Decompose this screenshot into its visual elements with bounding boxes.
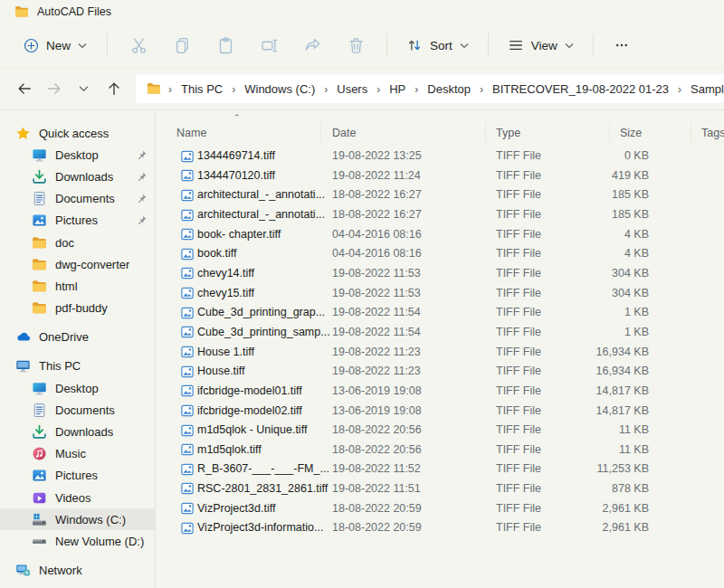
file-name: VizProject3d-informatio... — [197, 521, 323, 534]
paste-icon — [216, 36, 235, 55]
sidebar-item-label: Documents — [55, 403, 115, 417]
file-row[interactable]: 1344470120.tiff19-08-2022 11:24TIFF File… — [168, 166, 724, 186]
sidebar-item-this-pc[interactable]: This PC — [0, 356, 155, 377]
sidebar-item-windows-c[interactable]: Windows (C:) — [0, 508, 155, 530]
breadcrumb-item-bitrecover-19-08-2022-01-23[interactable]: BITRECOVER_19-08-2022 01-23 — [491, 79, 671, 100]
file-row[interactable]: m1d5qlok.tiff18-08-2022 20:56TIFF File11… — [168, 441, 724, 460]
column-separator[interactable] — [485, 122, 486, 143]
copy-button[interactable] — [160, 29, 204, 62]
file-row[interactable]: 1344469714.tiff19-08-2022 13:25TIFF File… — [168, 147, 724, 166]
file-row[interactable]: Cube_3d_printing_grap...19-08-2022 11:54… — [168, 303, 724, 323]
sidebar-item-desktop[interactable]: Desktop — [0, 377, 155, 399]
breadcrumb-item-hp[interactable]: HP — [387, 79, 407, 100]
file-date: 19-08-2022 11:23 — [332, 365, 421, 377]
file-row[interactable]: House.tiff19-08-2022 11:23TIFF File16,93… — [168, 362, 724, 382]
new-button[interactable]: New — [13, 32, 98, 60]
more-options-button[interactable] — [603, 32, 641, 59]
column-separator[interactable] — [691, 122, 691, 143]
sidebar-item-desktop[interactable]: Desktop — [0, 144, 155, 166]
file-size: 14,817 KB — [540, 404, 649, 417]
column-separator[interactable] — [320, 122, 321, 143]
file-date: 18-08-2022 16:27 — [332, 208, 422, 221]
sidebar-item-html[interactable]: html — [0, 275, 155, 297]
sidebar-item-downloads[interactable]: Downloads — [0, 421, 155, 442]
up-button[interactable] — [99, 74, 129, 103]
toolbar-divider — [107, 33, 108, 57]
file-name: Cube_3d_printing_grap... — [197, 306, 325, 318]
breadcrumb-item-sample-files[interactable]: Sample files — [689, 79, 724, 100]
breadcrumb-item-windows-c[interactable]: Windows (C:) — [243, 79, 317, 100]
file-type: TIFF File — [496, 404, 541, 417]
column-header-name[interactable]: Name — [176, 127, 206, 139]
sidebar-item-onedrive[interactable]: OneDrive — [0, 327, 155, 348]
share-button[interactable] — [291, 29, 334, 62]
sidebar-item-new-volume-d[interactable]: New Volume (D:) — [0, 530, 155, 552]
sidebar-item-documents[interactable]: Documents — [0, 188, 155, 210]
column-header-type[interactable]: Type — [496, 127, 520, 139]
breadcrumb-item-this-pc[interactable]: This PC — [179, 79, 224, 100]
back-button[interactable] — [9, 74, 39, 103]
address-input[interactable]: ›This PC›Windows (C:)›Users›HP›Desktop›B… — [136, 74, 724, 103]
cut-button[interactable] — [117, 29, 160, 62]
file-row[interactable]: ifcbridge-model02.tiff13-06-2019 19:08TI… — [168, 401, 724, 421]
file-date: 19-08-2022 11:51 — [332, 482, 421, 495]
sidebar-item-pictures[interactable]: Pictures — [0, 465, 155, 487]
file-row[interactable]: House 1.tiff19-08-2022 11:23TIFF File16,… — [168, 342, 724, 362]
sidebar-item-music[interactable]: Music — [0, 443, 155, 465]
sidebar-item-label: dwg-converter — [55, 258, 129, 271]
desktop-icon — [32, 147, 47, 163]
breadcrumb-item-desktop[interactable]: Desktop — [425, 79, 472, 100]
file-name: m1d5qlok.tiff — [197, 443, 262, 456]
recent-locations-button[interactable] — [69, 74, 99, 103]
sidebar-item-downloads[interactable]: Downloads — [0, 166, 155, 187]
tiff-file-icon — [180, 168, 195, 183]
file-name: book.tiff — [197, 247, 237, 260]
file-date: 18-08-2022 20:59 — [332, 521, 422, 534]
tiff-file-icon — [180, 423, 195, 438]
delete-button[interactable] — [334, 29, 377, 62]
paste-button[interactable] — [204, 29, 247, 62]
file-row[interactable]: VizProject3d-informatio...18-08-2022 20:… — [168, 518, 724, 538]
sidebar-item-pictures[interactable]: Pictures — [0, 210, 155, 232]
sidebar-item-videos[interactable]: Videos — [0, 487, 155, 508]
file-row[interactable]: architectural_-_annotati...18-08-2022 16… — [168, 205, 724, 225]
column-header-tags[interactable]: Tags — [701, 127, 724, 139]
file-row[interactable]: book- chapter.tiff04-04-2016 08:16TIFF F… — [168, 225, 724, 245]
file-date: 19-08-2022 11:54 — [332, 326, 421, 338]
file-row[interactable]: R_B-3607-___-___-FM_...19-08-2022 11:52T… — [168, 460, 724, 479]
pin-icon — [136, 214, 148, 226]
file-name: 1344470120.tiff — [197, 169, 275, 182]
sort-button[interactable]: Sort — [396, 31, 479, 60]
file-row[interactable]: chevy15.tiff19-08-2022 11:53TIFF File304… — [168, 283, 724, 303]
file-date: 19-08-2022 11:53 — [332, 287, 421, 299]
file-row[interactable]: architectural_-_annotati...18-08-2022 16… — [168, 185, 724, 205]
sidebar-item-documents[interactable]: Documents — [0, 399, 155, 421]
file-row[interactable]: VizProject3d.tiff18-08-2022 20:59TIFF Fi… — [168, 499, 724, 519]
file-row[interactable]: m1d5qlok - Unique.tiff18-08-2022 20:56TI… — [168, 421, 724, 441]
sidebar-item-quick-access[interactable]: Quick access — [0, 122, 155, 144]
sidebar-item-pdf-buddy[interactable]: pdf-buddy — [0, 298, 155, 319]
breadcrumb-item-users[interactable]: Users — [335, 79, 369, 100]
sidebar-item-doc[interactable]: doc — [0, 232, 155, 253]
file-date: 19-08-2022 11:24 — [332, 169, 421, 182]
file-type: TIFF File — [496, 287, 541, 299]
file-size: 185 KB — [540, 208, 649, 221]
file-row[interactable]: book.tiff04-04-2016 08:16TIFF File4 KB — [168, 244, 724, 264]
column-header-date[interactable]: Date — [332, 127, 356, 139]
file-row[interactable]: Cube_3d_printing_samp...19-08-2022 11:54… — [168, 323, 724, 343]
toolbar-divider — [593, 33, 594, 57]
forward-button[interactable] — [39, 74, 69, 103]
rename-button[interactable] — [247, 29, 291, 62]
sidebar-item-dwg-converter[interactable]: dwg-converter — [0, 253, 155, 275]
file-name: RSC-2801_2831_2861.tiff — [197, 482, 328, 495]
column-header-size[interactable]: Size — [620, 127, 642, 139]
file-row[interactable]: ifcbridge-model01.tiff13-06-2019 19:08TI… — [168, 382, 724, 402]
sidebar-item-network[interactable]: Network — [0, 560, 155, 582]
file-row[interactable]: RSC-2801_2831_2861.tiff19-08-2022 11:51T… — [168, 479, 724, 499]
network-icon — [15, 563, 31, 578]
view-button[interactable]: View — [498, 31, 584, 60]
column-separator[interactable] — [609, 122, 610, 143]
breadcrumb-separator-icon: › — [407, 83, 425, 96]
file-row[interactable]: chevy14.tiff19-08-2022 11:53TIFF File304… — [168, 264, 724, 284]
file-type: TIFF File — [496, 462, 541, 475]
